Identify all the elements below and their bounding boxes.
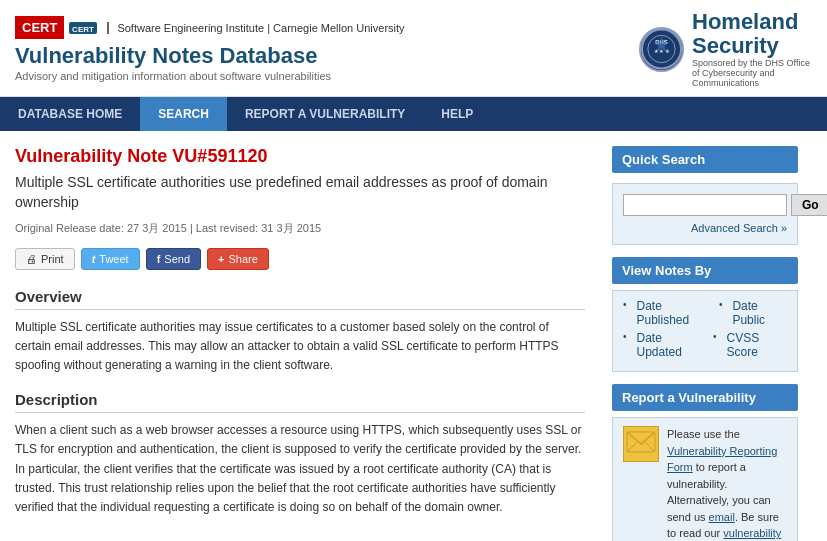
advanced-search-link[interactable]: Advanced Search »	[623, 222, 787, 234]
dhs-text: HomelandSecurity Sponsored by the DHS Of…	[692, 10, 812, 88]
main-content: Vulnerability Note VU#591120 Multiple SS…	[0, 131, 600, 541]
report-content: Please use the Vulnerability Reporting F…	[612, 417, 798, 541]
svg-text:★ ★ ★: ★ ★ ★	[654, 49, 670, 54]
nav-search[interactable]: SEARCH	[140, 97, 227, 131]
header-left: CERT CERT Software Engineering Institute…	[15, 16, 405, 81]
page-header: CERT CERT Software Engineering Institute…	[0, 0, 827, 97]
date-public-link[interactable]: Date Public	[732, 299, 787, 327]
vuln-title: Multiple SSL certificate authorities use…	[15, 173, 585, 212]
header-right: DHS ★ ★ ★ HomelandSecurity Sponsored by …	[639, 10, 812, 88]
site-subtitle: Advisory and mitigation information abou…	[15, 70, 405, 82]
bullet-1: •	[623, 299, 627, 327]
description-heading: Description	[15, 391, 585, 413]
search-input[interactable]	[623, 194, 787, 216]
vuln-id: Vulnerability Note VU#591120	[15, 146, 585, 167]
report-text-1: Please use the	[667, 428, 740, 440]
tweet-icon: t	[92, 253, 96, 265]
report-icon	[623, 426, 659, 462]
main-layout: Vulnerability Note VU#591120 Multiple SS…	[0, 131, 827, 541]
nav-database-home[interactable]: DATABASE HOME	[0, 97, 140, 131]
overview-heading: Overview	[15, 288, 585, 310]
print-label: Print	[41, 253, 64, 265]
notes-row-2: • Date Updated • CVSS Score	[623, 331, 787, 359]
dhs-seal: DHS ★ ★ ★	[639, 27, 684, 72]
main-nav: DATABASE HOME SEARCH REPORT A VULNERABIL…	[0, 97, 827, 131]
date-updated-link[interactable]: Date Updated	[637, 331, 704, 359]
tweet-button[interactable]: t Tweet	[81, 248, 140, 270]
facebook-icon: f	[157, 253, 161, 265]
print-icon: 🖨	[26, 253, 37, 265]
search-row: Go	[623, 194, 787, 216]
bullet-3: •	[623, 331, 627, 359]
view-notes-content: • Date Published • Date Public • Date Up…	[612, 290, 798, 372]
notes-row-1: • Date Published • Date Public	[623, 299, 787, 327]
cert-icon: CERT	[69, 18, 99, 38]
bullet-2: •	[719, 299, 723, 327]
nav-help[interactable]: HELP	[423, 97, 491, 131]
svg-text:CERT: CERT	[73, 25, 95, 34]
nav-report[interactable]: REPORT A VULNERABILITY	[227, 97, 423, 131]
go-button[interactable]: Go	[791, 194, 827, 216]
overview-text: Multiple SSL certificate authorities may…	[15, 318, 585, 376]
send-button[interactable]: f Send	[146, 248, 201, 270]
sidebar: Quick Search Go Advanced Search » View N…	[600, 131, 810, 541]
dhs-logo: DHS ★ ★ ★ HomelandSecurity Sponsored by …	[639, 10, 812, 88]
view-notes-label: View Notes By	[612, 257, 798, 284]
cvss-score-link[interactable]: CVSS Score	[727, 331, 787, 359]
release-date: Original Release date: 27 3月 2015 | Last…	[15, 221, 585, 236]
cert-logo: CERT CERT Software Engineering Institute…	[15, 16, 405, 39]
share-icon: +	[218, 253, 224, 265]
bullet-4: •	[713, 331, 717, 359]
sei-label: Software Engineering Institute | Carnegi…	[107, 22, 404, 34]
action-buttons: 🖨 Print t Tweet f Send + Share	[15, 248, 585, 270]
cert-label: CERT	[15, 16, 64, 39]
header-logos: CERT CERT Software Engineering Institute…	[15, 16, 405, 39]
quick-search-label: Quick Search	[612, 146, 798, 173]
dhs-main: HomelandSecurity	[692, 10, 812, 58]
report-email-link[interactable]: email	[709, 511, 735, 523]
date-published-link[interactable]: Date Published	[637, 299, 709, 327]
print-button[interactable]: 🖨 Print	[15, 248, 75, 270]
report-text: Please use the Vulnerability Reporting F…	[667, 426, 787, 541]
quick-search-area: Go Advanced Search »	[612, 183, 798, 245]
dhs-sponsor: Sponsored by the DHS Office of Cybersecu…	[692, 58, 812, 88]
share-label: Share	[228, 253, 257, 265]
send-label: Send	[164, 253, 190, 265]
site-title: Vulnerability Notes Database	[15, 43, 405, 69]
description-text: When a client such as a web browser acce…	[15, 421, 585, 517]
report-label: Report a Vulnerability	[612, 384, 798, 411]
tweet-label: Tweet	[99, 253, 128, 265]
share-button[interactable]: + Share	[207, 248, 269, 270]
